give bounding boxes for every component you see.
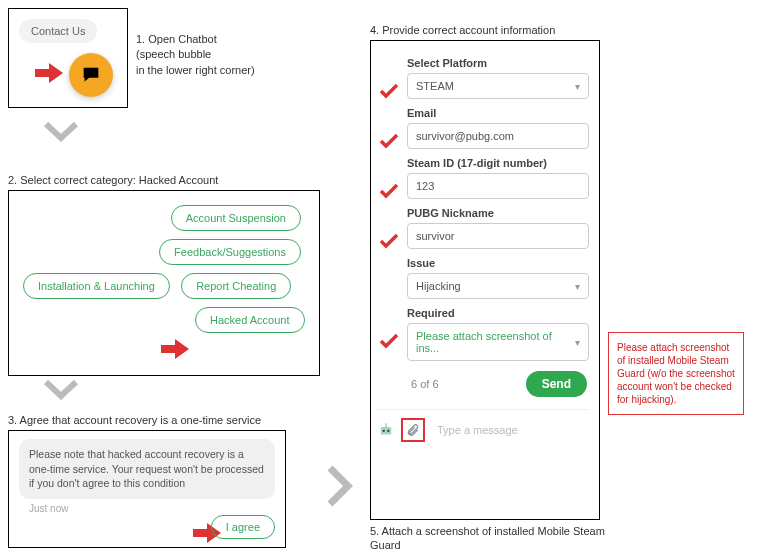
agree-button[interactable]: I agree xyxy=(211,515,275,539)
progress-count: 6 of 6 xyxy=(411,378,439,390)
field-issue: Issue Hijacking ▾ xyxy=(407,257,589,299)
step4-title: 4. Provide correct account information xyxy=(370,24,555,36)
email-input[interactable]: survivor@pubg.com xyxy=(407,123,589,149)
category-hacked-account[interactable]: Hacked Account xyxy=(195,307,305,333)
pointer-arrow-icon xyxy=(161,339,187,357)
attach-tooltip: Please attach screenshot of installed Mo… xyxy=(608,332,744,415)
chevron-down-icon: ▾ xyxy=(575,337,580,348)
issue-select[interactable]: Hijacking ▾ xyxy=(407,273,589,299)
svg-rect-0 xyxy=(381,427,392,435)
category-install[interactable]: Installation & Launching xyxy=(23,273,170,299)
step1-subtitle: (speech bubble in the lower right corner… xyxy=(136,47,255,78)
steamid-input[interactable]: 123 xyxy=(407,173,589,199)
chat-message: Please note that hacked account recovery… xyxy=(19,439,275,499)
chevron-right-icon xyxy=(326,464,356,508)
check-icon xyxy=(379,233,397,247)
pointer-arrow-icon xyxy=(35,63,61,81)
chatbot-button[interactable] xyxy=(69,53,113,97)
check-icon xyxy=(379,83,397,97)
field-platform: Select Platform STEAM ▾ xyxy=(407,57,589,99)
svg-point-1 xyxy=(383,430,385,432)
send-button[interactable]: Send xyxy=(526,371,587,397)
check-icon xyxy=(379,183,397,197)
category-report-cheating[interactable]: Report Cheating xyxy=(181,273,291,299)
attach-button[interactable] xyxy=(401,418,425,442)
contact-us-button[interactable]: Contact Us xyxy=(19,19,97,43)
email-value: survivor@pubg.com xyxy=(416,130,514,142)
step1-title: 1. Open Chatbot xyxy=(136,32,255,47)
svg-point-2 xyxy=(387,430,389,432)
required-value: Please attach screenshot of ins... xyxy=(416,330,552,354)
platform-value: STEAM xyxy=(416,80,454,92)
category-account-suspension[interactable]: Account Suspension xyxy=(171,205,301,231)
required-action[interactable]: Please attach screenshot of ins... ▾ xyxy=(407,323,589,361)
step5-title: 5. Attach a screenshot of installed Mobi… xyxy=(370,524,620,553)
field-email: Email survivor@pubg.com xyxy=(407,107,589,149)
bot-avatar-icon xyxy=(377,421,395,439)
svg-rect-3 xyxy=(385,423,387,427)
chevron-down-icon: ▾ xyxy=(575,281,580,292)
paperclip-icon xyxy=(406,422,420,438)
step4-box: Select Platform STEAM ▾ Email survivor@p… xyxy=(370,40,600,520)
composer: Type a message xyxy=(377,409,589,442)
platform-select[interactable]: STEAM ▾ xyxy=(407,73,589,99)
step3-box: Please note that hacked account recovery… xyxy=(8,430,286,548)
check-icon xyxy=(379,133,397,147)
steamid-value: 123 xyxy=(416,180,434,192)
field-required: Required Please attach screenshot of ins… xyxy=(407,307,589,361)
email-label: Email xyxy=(407,107,589,119)
chat-timestamp: Just now xyxy=(29,503,275,514)
check-icon xyxy=(379,333,397,347)
send-row: 6 of 6 Send xyxy=(407,371,589,397)
step1-description: 1. Open Chatbot (speech bubble in the lo… xyxy=(136,32,255,78)
step2-title: 2. Select correct category: Hacked Accou… xyxy=(8,174,218,186)
nickname-label: PUBG Nickname xyxy=(407,207,589,219)
category-feedback[interactable]: Feedback/Suggestions xyxy=(159,239,301,265)
required-label: Required xyxy=(407,307,589,319)
step2-box: Account Suspension Feedback/Suggestions … xyxy=(8,190,320,376)
step3-title: 3. Agree that account recovery is a one-… xyxy=(8,414,261,426)
nickname-value: survivor xyxy=(416,230,455,242)
issue-label: Issue xyxy=(407,257,589,269)
nickname-input[interactable]: survivor xyxy=(407,223,589,249)
steamid-label: Steam ID (17-digit number) xyxy=(407,157,589,169)
platform-label: Select Platform xyxy=(407,57,589,69)
chevron-down-icon xyxy=(44,122,78,146)
issue-value: Hijacking xyxy=(416,280,461,292)
message-input[interactable]: Type a message xyxy=(431,420,589,440)
chevron-down-icon: ▾ xyxy=(575,81,580,92)
field-steamid: Steam ID (17-digit number) 123 xyxy=(407,157,589,199)
chevron-down-icon xyxy=(44,380,78,404)
step1-box: Contact Us xyxy=(8,8,128,108)
field-nickname: PUBG Nickname survivor xyxy=(407,207,589,249)
speech-bubble-icon xyxy=(80,64,102,86)
